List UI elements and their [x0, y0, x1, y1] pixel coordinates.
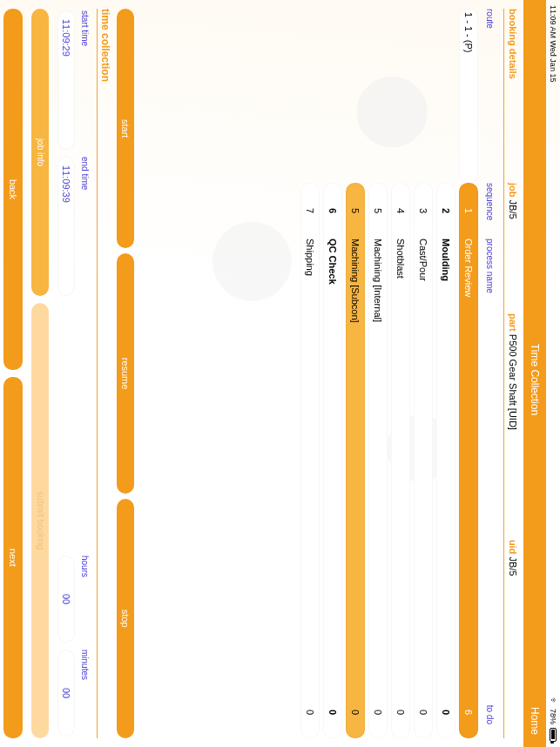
job-label: job — [508, 183, 518, 198]
resume-button[interactable]: resume — [117, 253, 134, 493]
col-sequence: sequence — [485, 183, 495, 239]
part-value: P500 Gear Shaft [UID] — [508, 334, 518, 430]
process-name: Machining [Subcon] — [350, 239, 361, 686]
job-info-button[interactable]: job info — [31, 9, 49, 296]
footer-nav: back next — [3, 9, 23, 738]
page-title: Time Collection — [529, 52, 541, 707]
battery-pct: 78% — [549, 709, 557, 724]
process-seq: 6 — [327, 183, 338, 239]
process-row[interactable]: 7Shipping0 — [300, 9, 320, 738]
booking-details-title: booking details — [508, 9, 518, 183]
part-label: part — [508, 313, 518, 332]
process-name: Machining [Internal] — [373, 239, 383, 686]
process-todo: 0 — [327, 686, 338, 738]
label-start-time: start time — [80, 10, 90, 150]
route-value: 1 - 1 - (P) — [459, 9, 478, 183]
process-todo: 0 — [395, 686, 406, 738]
back-button[interactable]: back — [3, 9, 23, 370]
minutes-field[interactable]: 00 — [57, 649, 75, 737]
process-todo: 0 — [305, 686, 315, 738]
status-time: 11:09 AM Wed Jan 15 — [549, 5, 557, 82]
process-name: Shipping — [305, 239, 315, 686]
start-button[interactable]: start — [117, 9, 134, 248]
process-seq: 3 — [418, 183, 428, 239]
process-row[interactable]: 3Cast/Pour0 — [414, 9, 433, 738]
time-labels: start time end time hours minutes — [80, 9, 90, 738]
process-seq: 1 — [463, 183, 474, 239]
process-todo: 6 — [463, 686, 474, 738]
next-button[interactable]: next — [3, 377, 23, 738]
col-process: process name — [485, 239, 495, 686]
label-minutes: minutes — [80, 649, 90, 737]
process-seq: 7 — [305, 183, 315, 239]
uid-value: JB/5 — [508, 557, 518, 576]
process-name: Cast/Pour — [418, 239, 428, 686]
time-collection-title: time collection — [97, 9, 111, 738]
process-seq: 5 — [373, 183, 383, 239]
start-time-field[interactable]: 11:09:29 — [57, 10, 75, 150]
title-bar: Time Collection Home — [523, 0, 546, 747]
battery-icon — [550, 728, 557, 742]
col-todo: to do — [485, 686, 495, 738]
process-todo: 0 — [373, 686, 383, 738]
label-hours: hours — [80, 555, 90, 643]
process-row[interactable]: 5Machining [Subcon]0 — [346, 9, 365, 738]
process-table-header: route sequence process name to do — [485, 9, 495, 738]
process-row[interactable]: 6QC Check0 — [323, 9, 342, 738]
process-name: Order Review — [463, 239, 474, 686]
status-bar: 11:09 AM Wed Jan 15 ᯤ 78% — [546, 0, 560, 747]
wifi-icon: ᯤ — [549, 697, 557, 705]
process-list: 1 - 1 - (P)1Order Review62Moulding03Cast… — [300, 9, 478, 738]
uid-label: uid — [508, 540, 518, 555]
time-inputs: 11:09:29 11:09:39 00 00 — [57, 9, 75, 738]
process-name: QC Check — [327, 239, 338, 686]
hours-field[interactable]: 00 — [57, 555, 75, 643]
process-name: Moulding — [441, 239, 451, 686]
process-row[interactable]: 2Moulding0 — [436, 9, 455, 738]
process-seq: 4 — [395, 183, 406, 239]
process-name: Shotblast — [395, 239, 406, 686]
process-todo: 0 — [441, 686, 451, 738]
process-seq: 2 — [441, 183, 451, 239]
submit-booking-button[interactable]: submit booking — [31, 303, 49, 738]
col-route: route — [485, 9, 495, 183]
process-row[interactable]: 5Machining [Internal]0 — [368, 9, 388, 738]
stop-button[interactable]: stop — [117, 499, 134, 738]
end-time-field[interactable]: 11:09:39 — [57, 157, 75, 296]
process-row[interactable]: 4Shotblast0 — [391, 9, 410, 738]
timer-buttons: start resume stop — [117, 9, 134, 738]
process-todo: 0 — [418, 686, 428, 738]
home-button[interactable]: Home — [529, 707, 541, 747]
booking-details-header: booking details job JB/5 part P500 Gear … — [508, 9, 518, 738]
submit-row: job info submit booking — [31, 9, 49, 738]
process-row[interactable]: 1 - 1 - (P)1Order Review6 — [459, 9, 478, 738]
process-todo: 0 — [350, 686, 361, 738]
job-value: JB/5 — [508, 200, 518, 219]
process-seq: 5 — [350, 183, 361, 239]
label-end-time: end time — [80, 157, 90, 296]
